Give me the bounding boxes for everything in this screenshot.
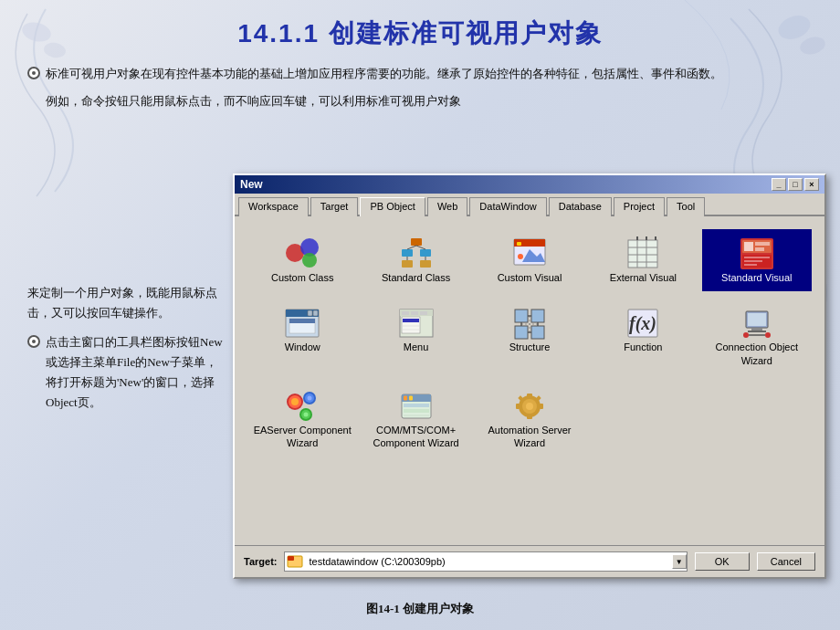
icon-function-label: Function <box>624 341 662 353</box>
svg-rect-67 <box>751 328 762 331</box>
paragraph-1: 标准可视用户对象在现有控件基本功能的基础上增加应用程序需要的功能。继承了原始控件… <box>46 64 722 84</box>
svg-rect-54 <box>531 310 544 322</box>
icon-com-mts-component-wizard[interactable]: COM/MTS/COM+ Component Wizard <box>361 382 470 457</box>
maximize-button[interactable]: □ <box>788 178 803 191</box>
svg-rect-56 <box>531 326 544 339</box>
svg-rect-9 <box>420 249 431 257</box>
icon-connection-object-wizard-label: Connection Object Wizard <box>708 341 806 367</box>
minimize-button[interactable]: _ <box>772 178 786 191</box>
svg-rect-92 <box>527 415 532 419</box>
icon-custom-visual-label: Custom Visual <box>498 271 562 284</box>
svg-rect-87 <box>404 415 429 416</box>
svg-rect-48 <box>420 311 427 315</box>
svg-rect-36 <box>744 260 762 262</box>
figure-caption: 图14-1 创建用户对象 <box>366 602 474 615</box>
svg-text:f(x): f(x) <box>629 313 656 334</box>
svg-rect-94 <box>540 404 543 409</box>
ok-button[interactable]: OK <box>695 552 750 571</box>
icon-standard-class[interactable]: Standard Class <box>361 229 470 291</box>
svg-rect-7 <box>411 238 422 246</box>
tab-target[interactable]: Target <box>310 197 359 216</box>
dialog-title: New <box>240 178 263 191</box>
dialog-body: Custom Class Standard C <box>235 216 824 545</box>
icon-standard-class-label: Standard Class <box>382 271 450 284</box>
tab-workspace[interactable]: Workspace <box>238 197 309 216</box>
icon-easerver-component-wizard[interactable]: EAServer Component Wizard <box>247 382 357 457</box>
paragraph-2: 例如，命令按钮只能用鼠标点击，而不响应回车键，可以利用标准可视用户对象 <box>46 91 813 111</box>
tab-project[interactable]: Project <box>614 197 665 216</box>
svg-rect-85 <box>404 404 429 407</box>
svg-point-77 <box>308 395 312 400</box>
svg-rect-20 <box>628 240 657 268</box>
icon-connection-object-wizard[interactable]: Connection Object Wizard <box>702 299 812 374</box>
icon-external-visual[interactable]: External Visual <box>588 229 698 291</box>
icon-function[interactable]: f(x) Function <box>588 299 698 374</box>
tab-pb-object[interactable]: PB Object <box>360 197 425 216</box>
svg-rect-47 <box>411 311 418 315</box>
svg-rect-11 <box>420 260 431 268</box>
svg-rect-53 <box>515 310 528 322</box>
icon-structure[interactable]: Structure <box>475 299 584 374</box>
icon-menu[interactable]: Menu <box>361 299 470 374</box>
left-text-1: 来定制一个用户对象，既能用鼠标点击，又可以按回车键操作。 <box>27 283 228 323</box>
target-value: testdatawindow (C:\200309pb) <box>305 556 671 567</box>
icon-structure-label: Structure <box>509 341 551 353</box>
svg-rect-40 <box>308 310 312 316</box>
tab-bar: Workspace Target PB Object Web DataWindo… <box>235 194 824 216</box>
icon-custom-visual[interactable]: Custom Visual <box>475 229 584 291</box>
svg-rect-50 <box>403 319 419 322</box>
icon-automation-server-wizard[interactable]: Automation Server Wizard <box>475 382 584 457</box>
svg-rect-35 <box>744 257 770 258</box>
svg-rect-86 <box>404 409 429 413</box>
bullet-text-2: 点击主窗口的工具栏图标按钮New或选择主菜单File的New子菜单，将打开标题为… <box>46 332 228 413</box>
dialog-titlebar: New _ □ × <box>235 175 824 194</box>
tab-database[interactable]: Database <box>549 197 612 216</box>
svg-rect-37 <box>744 264 757 266</box>
svg-rect-8 <box>402 249 413 257</box>
svg-rect-83 <box>404 395 407 400</box>
svg-point-90 <box>526 403 533 410</box>
icon-standard-visual-label: Standard Visual <box>721 271 792 284</box>
tab-datawindow[interactable]: DataWindow <box>469 197 546 216</box>
svg-rect-93 <box>516 404 520 409</box>
svg-point-74 <box>291 398 299 405</box>
svg-rect-91 <box>527 394 532 397</box>
icon-grid: Custom Class Standard C <box>244 226 815 460</box>
tab-web[interactable]: Web <box>427 197 467 216</box>
bullet-icon-2 <box>27 335 40 348</box>
icon-easerver-component-label: EAServer Component Wizard <box>253 424 352 450</box>
svg-line-12 <box>407 246 416 249</box>
icon-com-mts-component-label: COM/MTS/COM+ Component Wizard <box>366 424 465 450</box>
new-dialog: New _ □ × Workspace Target PB Object Web… <box>233 173 826 579</box>
svg-point-70 <box>765 332 771 338</box>
svg-rect-33 <box>755 242 770 246</box>
tab-tool[interactable]: Tool <box>667 197 705 216</box>
bullet-icon-1 <box>27 67 40 79</box>
svg-rect-32 <box>744 242 753 251</box>
page-title: 14.1.1 创建标准可视用户对象 <box>27 16 813 51</box>
icon-external-visual-label: External Visual <box>610 271 677 284</box>
icon-window-label: Window <box>285 341 320 353</box>
svg-rect-43 <box>289 319 315 323</box>
svg-point-69 <box>743 332 749 338</box>
close-button[interactable]: × <box>804 178 819 191</box>
svg-point-6 <box>302 253 317 268</box>
target-label: Target: <box>244 556 277 567</box>
svg-rect-18 <box>517 242 521 246</box>
dialog-footer: Target: testdatawindow (C:\200309pb) ▼ O… <box>235 545 824 577</box>
svg-rect-66 <box>748 313 766 326</box>
icon-custom-class[interactable]: Custom Class <box>247 229 357 291</box>
svg-rect-10 <box>402 260 413 268</box>
svg-rect-84 <box>409 395 413 400</box>
svg-rect-55 <box>515 326 528 339</box>
svg-rect-41 <box>313 310 318 316</box>
svg-rect-34 <box>755 247 764 251</box>
icon-custom-class-label: Custom Class <box>271 271 333 284</box>
svg-rect-46 <box>402 311 409 315</box>
target-dropdown-arrow[interactable]: ▼ <box>672 554 687 569</box>
svg-rect-68 <box>748 331 766 332</box>
icon-standard-visual[interactable]: Standard Visual <box>702 229 812 291</box>
titlebar-buttons: _ □ × <box>772 178 819 191</box>
icon-window[interactable]: Window <box>247 299 357 374</box>
cancel-button[interactable]: Cancel <box>757 552 815 571</box>
